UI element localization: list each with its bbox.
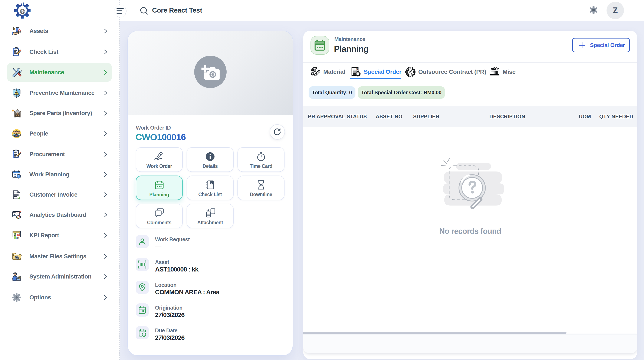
svg-text:KPI: KPI: [16, 237, 20, 239]
svg-text:e: e: [20, 5, 25, 16]
svg-text:INVOICE: INVOICE: [14, 192, 19, 194]
